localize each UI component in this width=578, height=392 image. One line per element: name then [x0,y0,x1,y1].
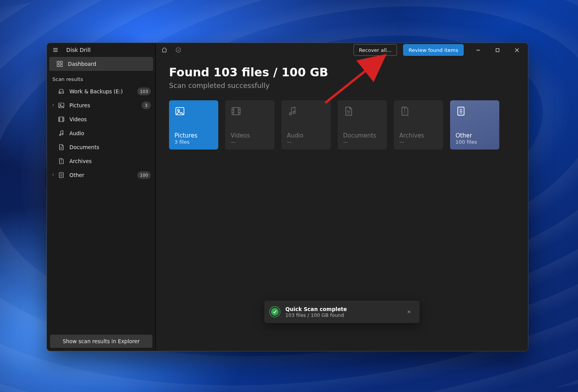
category-card-archive[interactable]: Archives— [394,100,443,150]
category-card-video[interactable]: Videos— [225,100,274,150]
card-title: Audio [287,132,325,139]
svg-point-10 [62,133,63,135]
review-found-items-button[interactable]: Review found items [403,44,464,56]
home-icon[interactable] [158,44,171,56]
sidebar-item-label: Audio [69,130,84,136]
svg-rect-2 [57,65,59,67]
category-card-audio[interactable]: Audio— [281,100,331,150]
svg-point-17 [290,113,292,115]
main-panel: Recover all... Review found items Found … [156,43,528,351]
toast-close-icon[interactable] [404,307,414,317]
toast: Quick Scan complete 103 files / 100 GB f… [264,301,419,323]
app-window: Disk Drill Dashboard Scan results Work &… [47,43,528,351]
chevron-right-icon [51,102,55,108]
sidebar-item-archive[interactable]: Archives [47,154,155,168]
svg-rect-16 [232,108,240,115]
toast-title: Quick Scan complete [285,306,399,312]
sidebar-dashboard-label: Dashboard [68,61,96,67]
card-title: Documents [343,132,381,139]
sidebar-tree: Work & Backups (E:)103Pictures3VideosAud… [47,84,155,182]
sidebar-item-label: Work & Backups (E:) [69,88,123,95]
sidebar-item-image[interactable]: Pictures3 [47,98,155,112]
sidebar-item-doc[interactable]: Documents [47,140,155,154]
app-title: Disk Drill [66,47,91,53]
sidebar-item-label: Videos [69,116,87,122]
menu-icon[interactable] [50,45,61,55]
category-card-image[interactable]: Pictures3 files [169,100,218,150]
sidebar-item-label: Archives [69,158,92,164]
count-badge: 103 [137,88,151,95]
image-icon [58,102,65,109]
other-icon [455,106,466,117]
sidebar-item-label: Pictures [69,102,90,108]
results-subheading: Scan completed successfully [169,81,515,89]
sidebar-header: Disk Drill [47,43,155,57]
maximize-button[interactable] [488,44,506,56]
svg-point-5 [60,93,60,93]
card-sub: — [287,139,325,145]
count-badge: 100 [137,171,151,179]
other-icon [58,172,65,179]
chevron-right-icon [51,172,55,178]
sidebar-item-audio[interactable]: Audio [47,126,155,140]
svg-rect-8 [59,117,64,122]
sidebar-section-label: Scan results [47,71,155,84]
video-icon [58,116,65,123]
archive-icon [399,106,410,117]
drive-icon [58,88,65,95]
sidebar-item-drive[interactable]: Work & Backups (E:)103 [47,84,155,98]
doc-icon [58,144,65,151]
sidebar-item-label: Other [69,172,84,178]
category-card-doc[interactable]: Documents— [338,100,387,150]
card-title: Archives [399,132,438,139]
sidebar-item-label: Documents [69,144,99,150]
svg-point-15 [178,109,179,111]
audio-icon [287,106,298,117]
minimize-button[interactable] [469,44,487,56]
check-badge-icon[interactable] [172,44,185,56]
category-card-other[interactable]: Other100 files [450,100,499,150]
recover-all-button[interactable]: Recover all... [354,44,397,56]
sidebar-dashboard[interactable]: Dashboard [49,57,153,71]
card-title: Other [455,132,494,139]
card-sub: — [399,139,438,145]
card-sub: 100 files [455,139,494,145]
svg-rect-3 [60,65,62,67]
count-badge: 3 [141,101,151,109]
image-icon [174,106,185,117]
grid-icon [56,60,63,67]
sidebar-item-other[interactable]: Other100 [47,168,155,182]
svg-point-18 [293,112,295,114]
content: Found 103 files / 100 GB Scan completed … [156,57,528,150]
svg-rect-13 [496,48,499,52]
card-title: Pictures [174,132,213,139]
sidebar: Disk Drill Dashboard Scan results Work &… [47,43,156,351]
sidebar-item-video[interactable]: Videos [47,112,155,126]
close-button[interactable] [508,44,526,56]
toast-check-icon [270,307,280,317]
card-sub: — [231,139,269,145]
svg-point-12 [176,48,181,52]
card-sub: 3 files [174,139,213,145]
svg-rect-1 [60,61,62,63]
doc-icon [343,106,354,117]
card-sub: — [343,139,381,145]
topbar: Recover all... Review found items [156,43,528,57]
toast-sub: 103 files / 100 GB found [285,312,399,318]
svg-point-9 [59,134,61,136]
card-title: Videos [231,132,269,139]
svg-point-7 [60,104,61,105]
archive-icon [58,158,65,165]
video-icon [231,106,242,117]
show-in-explorer-button[interactable]: Show scan results in Explorer [50,335,152,348]
audio-icon [58,130,65,137]
category-cards: Pictures3 filesVideos—Audio—Documents—Ar… [169,100,515,150]
svg-rect-0 [57,61,59,63]
results-heading: Found 103 files / 100 GB [169,65,515,79]
